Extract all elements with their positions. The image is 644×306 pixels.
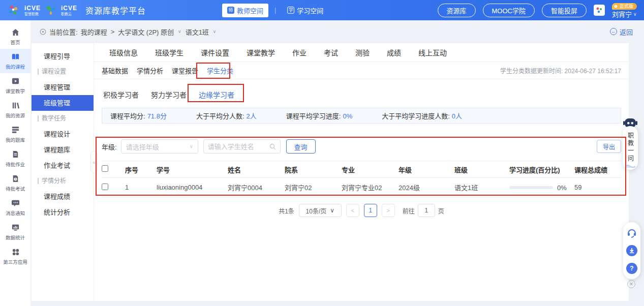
learning-space-tab[interactable]: 学 学习空间: [282, 4, 328, 17]
tab-courseware-settings[interactable]: 课件设置: [201, 47, 229, 57]
update-time-label: 学生分类数据更新时间: 2024-06-27 16:52:17: [500, 66, 621, 75]
goto-page: 前往 页: [403, 204, 444, 217]
menu-item-course-management[interactable]: 课程管理: [32, 79, 94, 95]
back-button[interactable]: ← 返回: [610, 27, 633, 37]
column-header-progress: 学习进度(百分比): [509, 161, 574, 178]
tab-exam[interactable]: 考试: [324, 47, 338, 57]
tab-active-learners[interactable]: 积极学习者: [103, 89, 139, 100]
pending-exam-icon: [11, 174, 20, 183]
tab-grades[interactable]: 成绩: [387, 47, 401, 57]
question-bank-icon: [11, 126, 20, 134]
tab-learning-analysis[interactable]: 学情分析: [137, 66, 163, 75]
help-button[interactable]: ?: [626, 262, 638, 274]
app-shortcut-icon[interactable]: [594, 5, 605, 16]
menu-item-class-management[interactable]: 班级管理: [32, 95, 94, 111]
tab-online-interaction[interactable]: 线上互动: [418, 47, 447, 57]
cell-class: 语文1班: [454, 178, 509, 197]
menu-item-course-question-bank[interactable]: 课程题库: [32, 142, 94, 158]
tab-classroom-teaching[interactable]: 课堂教学: [247, 47, 275, 57]
customer-service-button[interactable]: [626, 227, 638, 239]
menu-item-statistical-analysis[interactable]: 统计分析: [32, 204, 94, 220]
export-button[interactable]: 导出: [597, 140, 621, 153]
sidebar-item-home[interactable]: 首页: [0, 24, 30, 49]
breadcrumb-my-courses[interactable]: 我的课程: [81, 27, 107, 37]
sidebar-item-label: 消息通知: [6, 209, 25, 216]
sidebar-item-messages[interactable]: 消息通知: [0, 195, 30, 220]
stat-label: 大于平均分人数:: [196, 112, 244, 120]
logo2-sub: 职教云: [61, 12, 77, 16]
chevron-down-icon[interactable]: ∨: [213, 29, 217, 34]
download-button[interactable]: [626, 244, 638, 257]
sidebar-item-label: 课堂教学: [6, 87, 25, 94]
breadcrumb: 当前位置: 我的课程 > 大学语文 (2P) 原创 ∨ 语文1班 ∨ ← 返回: [30, 23, 644, 40]
tab-marginal-learners[interactable]: 边缘学习者: [199, 89, 234, 100]
logo2-name: iCVE: [61, 5, 77, 11]
tab-class-report[interactable]: 课堂报告: [172, 66, 198, 75]
pagination: 共1条 10条/页 ∨ < 1 > 前往 页: [94, 204, 629, 217]
tab-class-students[interactable]: 班级学生: [155, 47, 183, 57]
close-toolbar-button[interactable]: ✕: [627, 280, 635, 288]
sidebar-item-label: 待批作业: [6, 160, 25, 167]
menu-item-course-guide[interactable]: 课程引导: [32, 48, 94, 64]
page-size-select[interactable]: 10条/页 ∨: [299, 204, 342, 217]
sidebar-item-my-courses[interactable]: 我的课程: [0, 49, 30, 73]
sidebar-item-pending-homework[interactable]: 待批作业: [0, 146, 30, 171]
filter-row: 年级: 请选择年级 ∨ 查询 导出: [94, 139, 629, 154]
breadcrumb-course[interactable]: 大学语文 (2P) 原创: [118, 27, 174, 37]
sidebar-item-third-party-apps[interactable]: 第三方应用: [0, 244, 30, 268]
user-block[interactable]: 正式版 刘宵宁 ∨: [612, 3, 637, 18]
pagination-total: 共1条: [279, 206, 294, 215]
menu-item-homework-exam[interactable]: 作业考试: [32, 158, 94, 173]
tab-hardworking-learners[interactable]: 努力学习者: [151, 89, 187, 100]
goto-label: 前往: [403, 206, 415, 215]
sidebar-item-classroom-teaching[interactable]: 课堂教学: [0, 73, 30, 98]
chevron-down-icon[interactable]: ∨: [178, 29, 181, 34]
third-party-apps-icon: [11, 248, 20, 256]
menu-item-course-design[interactable]: 课程设计: [32, 126, 94, 142]
goto-page-input[interactable]: [418, 204, 435, 217]
logo1-name: iCVE: [24, 5, 41, 11]
primary-tabs: 班级信息 班级学生 课件设置 课堂教学 作业 考试 测验 成绩 线上互动: [94, 43, 629, 62]
ai-assistant-widget[interactable]: 职教一问: [621, 117, 639, 170]
resource-library-button[interactable]: 资源库: [438, 4, 476, 17]
progress-label: 0%: [557, 184, 567, 192]
page-number-1[interactable]: 1: [364, 204, 377, 217]
top-actions: 资源库 MOOC学院 智能投屏 正式版 刘宵宁 ∨: [438, 3, 637, 18]
brand: iCVE 智慧职教 iCVE 职教云 资源库教学平台: [7, 4, 146, 17]
prev-page-button[interactable]: <: [346, 204, 359, 217]
mooc-college-button[interactable]: MOOC学院: [483, 4, 535, 17]
row-checkbox[interactable]: [102, 183, 108, 190]
breadcrumb-class[interactable]: 语文1班: [186, 27, 209, 37]
table-row: 1 liuxiaoning0004 刘宵宁0004 刘宵宁02 刘宵宁专业02 …: [102, 178, 621, 197]
sidebar-item-pending-exam[interactable]: 待批考试: [0, 171, 30, 195]
menu-item-course-grades[interactable]: 课程成绩: [32, 189, 94, 204]
assistant-pill[interactable]: 职教一问: [623, 126, 638, 170]
tab-quiz[interactable]: 测验: [355, 47, 370, 57]
sidebar-item-question-bank[interactable]: 我的题库: [0, 122, 30, 146]
next-page-button[interactable]: >: [382, 204, 395, 217]
tab-homework[interactable]: 作业: [292, 47, 306, 57]
sidebar-item-my-resources[interactable]: 我的资源: [0, 98, 30, 122]
tab-student-classification[interactable]: 学生分类: [207, 66, 233, 75]
sidebar-item-label: 我的题库: [6, 136, 25, 143]
column-header-seq: 序号: [125, 161, 157, 178]
tab-class-info[interactable]: 班级信息: [109, 47, 138, 57]
main-panel: 课程引导 课程设置 课程管理 班级管理 教学任务 课程设计 课程题库 作业考试 …: [32, 43, 629, 301]
tab-basic-data[interactable]: 基础数据: [102, 66, 128, 75]
stat-average-progress: 课程平均学习进度:0%: [286, 111, 352, 120]
grade-select[interactable]: 请选择年级 ∨: [121, 139, 198, 154]
menu-section-learning-analysis: 学情分析: [32, 173, 94, 189]
menu-collapse-handle[interactable]: «: [90, 151, 98, 173]
sidebar-item-statistics[interactable]: 数据统计: [0, 220, 30, 244]
students-table: 序号 学号 姓名 院系 专业 年级 班级 学习进度(百分比) 课程总成绩 1: [102, 161, 621, 197]
smart-cast-button[interactable]: 智能投屏: [542, 4, 587, 17]
column-header-student-id: 学号: [157, 161, 228, 178]
teacher-space-tab[interactable]: 师 教师空间: [222, 4, 268, 17]
search-icon: [269, 143, 276, 150]
select-all-checkbox[interactable]: [102, 165, 108, 172]
stat-value: 2人: [247, 112, 257, 120]
username-menu[interactable]: 刘宵宁 ∨: [612, 11, 637, 18]
query-button[interactable]: 查询: [286, 139, 316, 154]
home-icon: [11, 28, 20, 37]
student-name-input[interactable]: [208, 143, 269, 150]
